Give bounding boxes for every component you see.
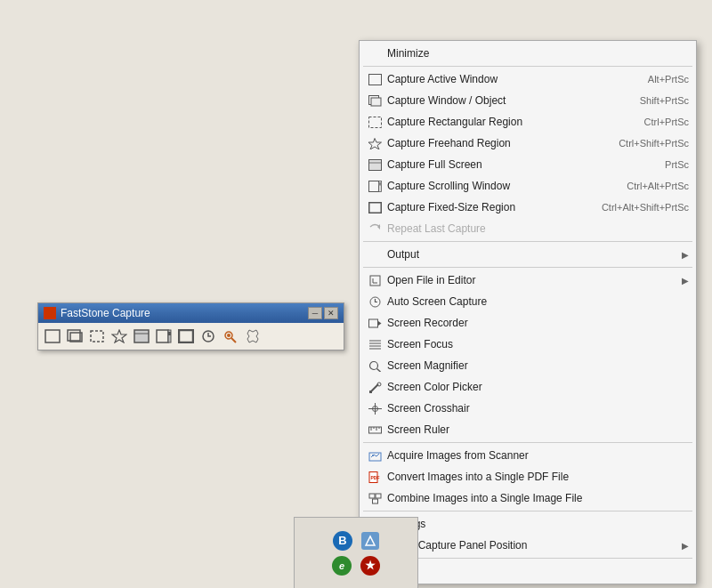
settings-toolbtn[interactable] bbox=[242, 326, 263, 347]
menu-item-capture-active[interactable]: Capture Active Window Alt+PrtSc bbox=[360, 68, 696, 90]
svg-point-13 bbox=[227, 334, 231, 337]
bluetooth-taskbar-icon[interactable]: B bbox=[333, 531, 352, 551]
capture-fullscreen-toolbtn[interactable] bbox=[131, 326, 152, 347]
screen-color-picker-icon bbox=[367, 379, 383, 395]
svg-rect-9 bbox=[168, 332, 171, 335]
menu-item-output[interactable]: Output ▶ bbox=[360, 244, 696, 265]
minimize-button[interactable]: ─ bbox=[308, 307, 322, 319]
toolbar-title: FastStone Capture bbox=[61, 307, 150, 319]
svg-rect-0 bbox=[45, 330, 60, 342]
auto-capture-toolbtn[interactable] bbox=[198, 326, 219, 347]
svg-rect-18 bbox=[371, 98, 381, 106]
svg-rect-30 bbox=[368, 319, 377, 327]
menu-sep-5 bbox=[363, 511, 692, 511]
menu-item-screen-recorder[interactable]: Screen Recorder bbox=[360, 312, 696, 334]
app-icon bbox=[44, 307, 56, 319]
svg-rect-19 bbox=[368, 117, 381, 127]
close-button[interactable]: ✕ bbox=[324, 307, 338, 319]
convert-pdf-icon: PDF bbox=[367, 469, 383, 485]
menu-item-capture-full[interactable]: Capture Full Screen PrtSc bbox=[360, 154, 696, 175]
capture-window-object-toolbtn[interactable] bbox=[64, 326, 85, 347]
menu-item-capture-rect[interactable]: Capture Rectangular Region Ctrl+PrtSc bbox=[360, 111, 696, 133]
screen-focus-icon bbox=[367, 336, 383, 352]
svg-text:PDF: PDF bbox=[370, 475, 379, 480]
menu-label-open-editor: Open File in Editor bbox=[387, 274, 682, 286]
capture-window-icon bbox=[367, 93, 383, 109]
desktop: FastStone Capture ─ ✕ bbox=[0, 0, 712, 588]
menu-item-capture-scroll[interactable]: Capture Scrolling Window Ctrl+Alt+PrtSc bbox=[360, 175, 696, 197]
combine-image-icon bbox=[367, 490, 383, 506]
acquire-images-icon bbox=[367, 447, 383, 463]
capture-fixed-toolbtn[interactable] bbox=[175, 326, 197, 347]
taskbar-area: B e ★ bbox=[294, 517, 418, 588]
svg-point-36 bbox=[369, 361, 377, 369]
svg-marker-56 bbox=[366, 536, 375, 545]
svg-marker-31 bbox=[378, 321, 382, 326]
capture-freehand-toolbtn[interactable] bbox=[109, 326, 130, 347]
menu-label-settings: Settings bbox=[387, 518, 689, 530]
menu-item-capture-fixed[interactable]: Capture Fixed-Size Region Ctrl+Alt+Shift… bbox=[360, 197, 696, 218]
menu-item-capture-window[interactable]: Capture Window / Object Shift+PrtSc bbox=[360, 90, 696, 111]
capture-scrolling-toolbtn[interactable] bbox=[153, 326, 174, 347]
shortcut-capture-scroll: Ctrl+Alt+PrtSc bbox=[627, 181, 689, 191]
menu-item-screen-color-picker[interactable]: Screen Color Picker bbox=[360, 376, 696, 398]
green-taskbar-icon[interactable]: e bbox=[332, 556, 352, 576]
screen-ruler-icon bbox=[367, 422, 383, 438]
color-picker-toolbtn[interactable] bbox=[220, 326, 241, 347]
svg-rect-53 bbox=[369, 494, 375, 498]
repeat-icon bbox=[367, 221, 383, 237]
capture-scroll-icon bbox=[367, 178, 383, 194]
red-taskbar-icon[interactable]: ★ bbox=[360, 556, 380, 576]
menu-label-repeat-last: Repeat Last Capture bbox=[387, 222, 689, 235]
capture-rectangular-toolbtn[interactable] bbox=[86, 326, 108, 347]
toolbar-buttons-row bbox=[38, 323, 344, 350]
menu-label-convert-pdf: Convert Images into a Single PDF File bbox=[387, 471, 689, 483]
output-icon bbox=[367, 246, 383, 262]
menu-label-capture-scroll: Capture Scrolling Window bbox=[387, 180, 609, 192]
menu-label-screen-focus: Screen Focus bbox=[387, 338, 689, 350]
menu-item-screen-magnifier[interactable]: Screen Magnifier bbox=[360, 355, 696, 376]
menu-label-capture-window: Capture Window / Object bbox=[387, 94, 622, 107]
menu-label-screen-magnifier: Screen Magnifier bbox=[387, 359, 689, 372]
menu-item-convert-pdf[interactable]: PDF Convert Images into a Single PDF Fil… bbox=[360, 466, 696, 487]
svg-rect-3 bbox=[91, 331, 103, 342]
context-menu: Minimize Capture Active Window Alt+PrtSc… bbox=[359, 40, 697, 584]
svg-rect-55 bbox=[372, 499, 377, 503]
menu-item-screen-crosshair[interactable]: Screen Crosshair bbox=[360, 398, 696, 419]
menu-label-output: Output bbox=[387, 248, 682, 261]
minimize-icon bbox=[367, 45, 383, 61]
shortcut-capture-full: PrtSc bbox=[665, 159, 689, 170]
menu-label-capture-fixed: Capture Fixed-Size Region bbox=[387, 201, 584, 213]
menu-label-capture-active: Capture Active Window bbox=[387, 73, 630, 85]
capture-active-window-toolbtn[interactable] bbox=[42, 326, 63, 347]
menu-item-open-editor[interactable]: Open File in Editor ▶ bbox=[360, 270, 696, 291]
capture-fixed-icon bbox=[367, 199, 383, 215]
svg-point-50 bbox=[372, 455, 374, 456]
menu-item-screen-focus[interactable]: Screen Focus bbox=[360, 334, 696, 355]
menu-sep-1 bbox=[363, 66, 692, 67]
screen-crosshair-icon bbox=[367, 400, 383, 416]
menu-item-screen-ruler[interactable]: Screen Ruler bbox=[360, 419, 696, 440]
capture-active-icon bbox=[367, 71, 383, 87]
menu-item-acquire-images[interactable]: Acquire Images from Scanner bbox=[360, 445, 696, 466]
faststone-taskbar-icon[interactable] bbox=[361, 532, 379, 550]
svg-line-14 bbox=[231, 338, 236, 342]
reset-position-arrow-icon: ▶ bbox=[682, 541, 689, 551]
menu-item-combine-image[interactable]: Combine Images into a Single Image File bbox=[360, 487, 696, 509]
svg-line-38 bbox=[371, 384, 378, 391]
shortcut-capture-fixed: Ctrl+Alt+Shift+PrtSc bbox=[602, 202, 689, 213]
screen-magnifier-icon bbox=[367, 358, 383, 374]
toolbar-controls: ─ ✕ bbox=[308, 307, 338, 319]
capture-freehand-icon bbox=[367, 135, 383, 151]
svg-rect-54 bbox=[376, 494, 381, 498]
menu-item-minimize[interactable]: Minimize bbox=[360, 43, 696, 64]
menu-label-exit: Exit bbox=[387, 565, 689, 577]
svg-marker-15 bbox=[247, 330, 258, 342]
menu-label-combine-image: Combine Images into a Single Image File bbox=[387, 492, 689, 504]
menu-label-screen-recorder: Screen Recorder bbox=[387, 317, 689, 329]
menu-item-auto-capture[interactable]: Auto Screen Capture bbox=[360, 291, 696, 312]
svg-rect-28 bbox=[370, 276, 380, 286]
svg-marker-4 bbox=[112, 330, 126, 342]
svg-rect-5 bbox=[134, 330, 149, 342]
menu-item-capture-freehand[interactable]: Capture Freehand Region Ctrl+Shift+PrtSc bbox=[360, 133, 696, 154]
